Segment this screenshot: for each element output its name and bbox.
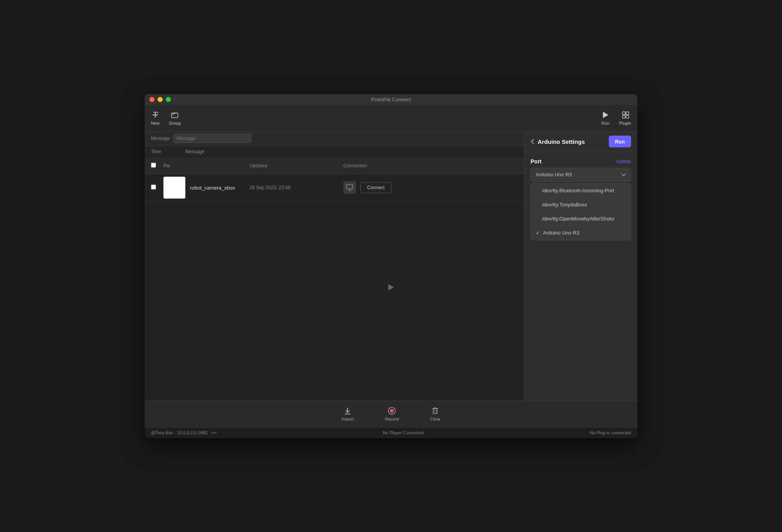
user-status: @Tony Kim - 10.0.0.211:9981 — [151, 430, 208, 435]
group-button[interactable]: Group — [169, 111, 181, 125]
player-status: No Player Connected — [383, 430, 424, 435]
group-icon — [170, 111, 179, 119]
status-bar: @Tony Kim - 10.0.0.211:9981 ••• No Playe… — [145, 427, 637, 438]
dropdown-item-openmove[interactable]: /dev/tty.OpenMovebyAfterShokz — [531, 212, 631, 226]
update-link[interactable]: Update — [616, 159, 631, 164]
titlebar: ProtoPie Connect — [145, 94, 637, 105]
panel-run-button[interactable]: Run — [609, 136, 631, 147]
dropdown-item-tonydaboss[interactable]: /dev/tty.TonydaBoss — [531, 198, 631, 212]
dropdown-item-label: /dev/tty.TonydaBoss — [542, 202, 587, 208]
port-section-header: Port Update — [531, 158, 631, 165]
app-window: ProtoPie Connect New Group Run — [145, 94, 637, 438]
svg-marker-11 — [388, 284, 394, 290]
select-all-checkbox[interactable] — [151, 163, 156, 168]
window-title: ProtoPie Connect — [371, 97, 411, 102]
plugin-label: Plugin — [619, 121, 631, 125]
dropdown-item-label: /dev/tty.Bluetooth-Incoming-Port — [542, 188, 614, 193]
import-icon — [343, 407, 352, 415]
maximize-button[interactable] — [166, 97, 171, 102]
row-updated: 28 Sep 2023, 23:49 — [249, 185, 343, 190]
toolbar-right: Run Plugin — [601, 111, 631, 125]
run-icon — [601, 111, 610, 119]
new-icon — [151, 111, 160, 119]
plugin-status: No Plug-in connected — [590, 430, 631, 435]
connect-button[interactable]: Connect — [361, 182, 391, 193]
dropdown-item-label: /dev/tty.OpenMovebyAfterShokz — [542, 216, 614, 222]
close-button[interactable] — [149, 97, 154, 102]
panel-back-button[interactable] — [531, 138, 534, 145]
import-button[interactable]: Import — [342, 407, 354, 421]
row-name: robot_camera_xbox — [190, 185, 249, 191]
monitor-icon — [343, 181, 356, 194]
message-bar-label: Message — [151, 136, 170, 141]
monitor-svg — [346, 184, 353, 191]
arduino-panel: Arduino Settings Run Port Update Arduino… — [524, 132, 637, 401]
group-label: Group — [169, 121, 181, 125]
toolbar: New Group Run — [145, 105, 637, 132]
status-center: No Player Connected — [217, 430, 590, 435]
run-label: Run — [601, 121, 609, 125]
import-label: Import — [342, 417, 354, 421]
clear-button[interactable]: Clear — [430, 407, 440, 421]
header-updated: Updated — [249, 163, 343, 168]
svg-rect-7 — [626, 115, 629, 118]
back-arrow-icon — [531, 138, 534, 145]
port-label: Port — [531, 158, 542, 165]
window-controls — [149, 97, 171, 102]
time-column-label: Time — [151, 149, 182, 154]
clear-label: Clear — [430, 417, 440, 421]
bottom-bar: Import Record Clear — [145, 401, 637, 427]
record-button[interactable]: Record — [385, 407, 399, 421]
dropdown-item-label: Arduino Uno R3 — [543, 230, 579, 236]
minimize-button[interactable] — [158, 97, 163, 102]
plugin-button[interactable]: Plugin — [619, 111, 631, 125]
panel-header: Arduino Settings Run — [524, 132, 637, 152]
svg-marker-3 — [603, 112, 608, 118]
play-arrow[interactable] — [387, 283, 395, 291]
status-right: No Plug-in connected — [590, 430, 631, 435]
record-label: Record — [385, 417, 399, 421]
svg-rect-6 — [622, 115, 625, 118]
chevron-down-icon — [621, 173, 626, 176]
panel-body: Port Update Arduino Uno R3 /dev/tty.Blue… — [524, 152, 637, 401]
clear-icon — [431, 407, 439, 415]
dropdown-item-arduino[interactable]: Arduino Uno R3 — [531, 226, 631, 240]
plugin-icon — [621, 111, 630, 119]
message-column-label: Message — [185, 149, 204, 154]
svg-rect-2 — [172, 113, 178, 118]
dropdown-item-bluetooth[interactable]: /dev/tty.Bluetooth-Incoming-Port — [531, 184, 631, 198]
more-options[interactable]: ••• — [211, 430, 217, 436]
run-button[interactable]: Run — [601, 111, 610, 125]
selected-port-label: Arduino Uno R3 — [536, 172, 572, 177]
panel-title: Arduino Settings — [538, 138, 606, 145]
port-select[interactable]: Arduino Uno R3 — [531, 168, 631, 182]
header-pie: Pie — [163, 163, 249, 168]
new-label: New — [151, 121, 160, 125]
message-input[interactable] — [173, 134, 251, 143]
svg-rect-8 — [346, 184, 353, 189]
svg-rect-4 — [622, 112, 625, 115]
row-thumbnail — [163, 177, 185, 199]
header-check — [151, 163, 163, 169]
port-dropdown: /dev/tty.Bluetooth-Incoming-Port /dev/tt… — [531, 183, 631, 240]
svg-rect-5 — [626, 112, 629, 115]
new-button[interactable]: New — [151, 111, 160, 125]
svg-point-15 — [390, 409, 394, 413]
row-checkbox — [151, 184, 163, 191]
play-icon — [388, 284, 394, 290]
row-select-checkbox[interactable] — [151, 184, 156, 190]
status-left: @Tony Kim - 10.0.0.211:9981 ••• — [151, 430, 217, 436]
record-icon — [387, 407, 396, 415]
main-content: Message Time Message Pie Updated Connect… — [145, 132, 637, 427]
